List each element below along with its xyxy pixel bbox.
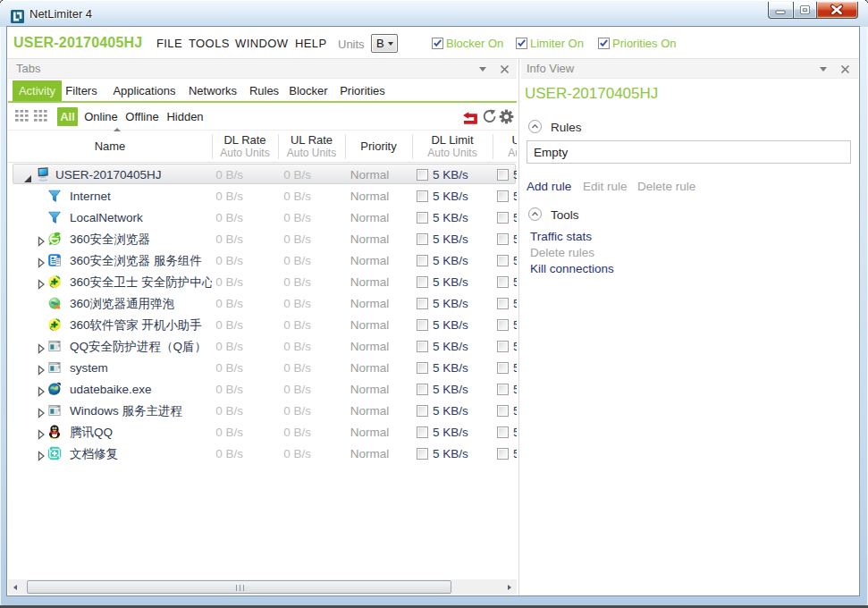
dl-limit-checkbox[interactable] xyxy=(417,405,428,417)
ul-limit-checkbox[interactable] xyxy=(497,341,509,352)
dl-limit-checkbox[interactable] xyxy=(417,169,428,181)
dl-limit-checkbox[interactable] xyxy=(417,362,428,374)
ul-limit-checkbox[interactable] xyxy=(497,448,509,460)
dl-limit-checkbox[interactable] xyxy=(417,233,428,245)
table-row[interactable]: system0 B/s0 B/sNormal5 KB/s5 KB/s xyxy=(8,357,517,378)
limiter-on-toggle[interactable]: Limiter On xyxy=(516,34,584,52)
table-row[interactable]: LocalNetwork0 B/s0 B/sNormal5 KB/s5 KB/s xyxy=(8,207,517,228)
menu-file[interactable]: FILE xyxy=(156,37,182,50)
table-row[interactable]: 360浏览器通用弹泡0 B/s0 B/sNormal5 KB/s5 KB/s xyxy=(8,292,517,314)
dl-limit-checkbox[interactable] xyxy=(417,384,428,395)
panel-divider[interactable] xyxy=(518,59,519,595)
tree-expander-collapsed-icon[interactable] xyxy=(38,427,45,438)
ul-limit-checkbox[interactable] xyxy=(497,319,509,331)
table-row[interactable]: 360安全浏览器0 B/s0 B/sNormal5 KB/s5 KB/s xyxy=(8,228,517,249)
filter-hidden[interactable]: Hidden xyxy=(165,107,205,126)
filter-online[interactable]: Online xyxy=(83,107,119,126)
rules-list-box[interactable]: Empty xyxy=(527,140,851,164)
table-row[interactable]: Internet0 B/s0 B/sNormal5 KB/s5 KB/s xyxy=(8,185,517,207)
ul-limit-checkbox[interactable] xyxy=(497,169,509,181)
tree-expander-collapsed-icon[interactable] xyxy=(38,406,45,417)
maximize-button[interactable] xyxy=(793,2,817,19)
table-row[interactable]: 360软件管家 开机小助手0 B/s0 B/sNormal5 KB/s5 KB/… xyxy=(8,314,517,335)
panel-close-icon[interactable] xyxy=(840,64,850,74)
ul-limit-checkbox[interactable] xyxy=(497,233,509,245)
ul-limit-checkbox[interactable] xyxy=(497,190,509,202)
minimize-button[interactable] xyxy=(768,2,793,19)
tree-expander-collapsed-icon[interactable] xyxy=(38,277,45,288)
column-header-dl-limit[interactable]: DL LimitAuto Units xyxy=(412,131,493,163)
tab-applications[interactable]: Applications xyxy=(103,80,186,101)
tab-activity[interactable]: Activity xyxy=(13,80,62,101)
ul-limit-checkbox[interactable] xyxy=(497,362,509,374)
column-header-ul-rate[interactable]: UL RateAuto Units xyxy=(278,131,345,163)
dl-limit-checkbox[interactable] xyxy=(417,448,428,460)
settings-gear-icon[interactable] xyxy=(499,109,514,124)
menu-help[interactable]: HELP xyxy=(295,37,327,50)
tab-filters[interactable]: Filters xyxy=(55,80,107,101)
table-row[interactable]: 腾讯QQ0 B/s0 B/sNormal5 KB/s5 KB/s xyxy=(8,421,517,443)
units-dropdown[interactable]: B xyxy=(371,34,398,53)
tree-expander-collapsed-icon[interactable] xyxy=(38,256,45,266)
scroll-right-button[interactable] xyxy=(501,579,517,595)
kill-connections-link[interactable]: Kill connections xyxy=(530,262,614,275)
grid-view-icon[interactable] xyxy=(34,110,47,122)
tree-expander-collapsed-icon[interactable] xyxy=(38,342,45,352)
table-row[interactable]: 360安全浏览器 服务组件0 B/s0 B/sNormal5 KB/s5 KB/… xyxy=(8,249,517,271)
dl-limit-checkbox[interactable] xyxy=(417,298,428,309)
tree-expander-collapsed-icon[interactable] xyxy=(38,234,45,245)
panel-menu-caret-icon[interactable] xyxy=(479,67,486,72)
tab-priorities[interactable]: Priorities xyxy=(330,80,395,101)
panel-menu-caret-icon[interactable] xyxy=(820,67,827,72)
filter-all[interactable]: All xyxy=(57,107,78,126)
dl-limit-checkbox[interactable] xyxy=(417,276,428,288)
scroll-left-button[interactable] xyxy=(8,579,23,595)
ul-limit-checkbox[interactable] xyxy=(497,405,509,417)
ul-limit-checkbox[interactable] xyxy=(497,255,509,266)
undo-icon[interactable] xyxy=(463,111,478,126)
column-header-priority[interactable]: Priority xyxy=(345,131,412,163)
table-row[interactable]: Windows 服务主进程0 B/s0 B/sNormal5 KB/s5 KB/… xyxy=(8,400,517,421)
column-header-dl-rate[interactable]: DL RateAuto Units xyxy=(212,131,278,163)
grid-view-icon[interactable] xyxy=(15,110,29,122)
menu-tools[interactable]: TOOLS xyxy=(189,37,230,50)
tree-expander-collapsed-icon[interactable] xyxy=(38,363,45,374)
column-header-ul-limit[interactable]: UL LimitAuto Units xyxy=(493,131,517,163)
tree-expander-expanded-icon[interactable] xyxy=(24,170,31,177)
table-row[interactable]: 文档修复0 B/s0 B/sNormal5 KB/s5 KB/s xyxy=(8,443,517,464)
priorities-on-toggle[interactable]: Priorities On xyxy=(598,34,677,52)
refresh-icon[interactable] xyxy=(482,109,497,124)
dl-limit-checkbox[interactable] xyxy=(417,255,428,266)
title-bar[interactable]: NetLimiter 4 xyxy=(0,0,868,27)
tab-networks[interactable]: Networks xyxy=(179,80,247,101)
ul-limit-checkbox[interactable] xyxy=(497,298,509,309)
table-row[interactable]: USER-20170405HJ0 B/s0 B/sNormal5 KB/s5 K… xyxy=(8,164,517,185)
traffic-stats-link[interactable]: Traffic stats xyxy=(530,230,592,243)
horizontal-scrollbar[interactable] xyxy=(8,579,517,595)
panel-close-icon[interactable] xyxy=(500,64,510,74)
dl-rate-cell: 0 B/s xyxy=(212,403,243,418)
tree-expander-collapsed-icon[interactable] xyxy=(38,449,45,460)
table-row[interactable]: udatebaike.exe0 B/s0 B/sNormal5 KB/s5 KB… xyxy=(8,378,517,400)
table-row[interactable]: 360安全卫士 安全防护中心模块0 B/s0 B/sNormal5 KB/s5 … xyxy=(8,271,517,292)
add-rule-link[interactable]: Add rule xyxy=(527,180,571,193)
dl-limit-checkbox[interactable] xyxy=(417,341,428,352)
close-button[interactable] xyxy=(817,2,858,19)
ul-limit-checkbox[interactable] xyxy=(497,276,509,288)
tree-expander-collapsed-icon[interactable] xyxy=(38,384,45,395)
dl-limit-checkbox[interactable] xyxy=(417,319,428,331)
tools-collapse-button[interactable] xyxy=(528,207,542,221)
dl-limit-checkbox[interactable] xyxy=(417,426,428,438)
dl-limit-checkbox[interactable] xyxy=(417,190,428,202)
ul-limit-checkbox[interactable] xyxy=(497,212,509,224)
ul-limit-checkbox[interactable] xyxy=(497,384,509,395)
column-header-name[interactable]: Name xyxy=(8,131,212,163)
table-row[interactable]: QQ安全防护进程（Q盾）0 B/s0 B/sNormal5 KB/s5 KB/s xyxy=(8,335,517,357)
dl-limit-checkbox[interactable] xyxy=(417,212,428,224)
filter-offline[interactable]: Offline xyxy=(123,107,161,126)
rules-collapse-button[interactable] xyxy=(528,120,542,133)
blocker-on-toggle[interactable]: Blocker On xyxy=(432,34,503,52)
scrollbar-thumb[interactable] xyxy=(27,580,451,594)
menu-window[interactable]: WINDOW xyxy=(235,37,288,50)
ul-limit-checkbox[interactable] xyxy=(497,426,509,438)
